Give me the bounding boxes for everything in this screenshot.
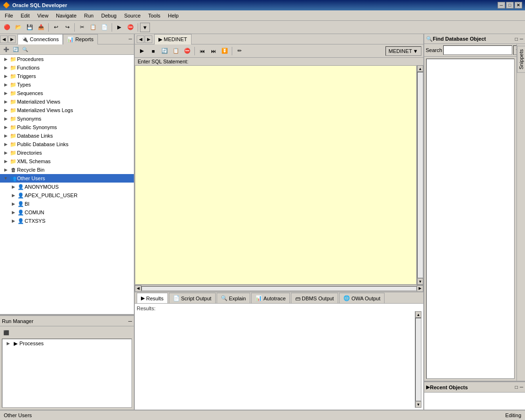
search-input[interactable] <box>443 45 512 55</box>
toolbar-save-btn[interactable]: 💾 <box>25 22 35 33</box>
find-db-close-btn[interactable]: ─ <box>520 36 523 42</box>
sql-down-btn[interactable]: ⏬ <box>219 46 230 56</box>
sql-run-script-btn[interactable]: 🔄 <box>159 46 170 56</box>
toolbar-save-all-btn[interactable]: 📥 <box>36 22 46 33</box>
toolbar-dropdown[interactable]: ▼ <box>140 23 150 32</box>
find-db-restore-btn[interactable]: □ <box>515 36 518 42</box>
menu-tools[interactable]: Tools <box>145 12 163 19</box>
toolbar-paste-btn[interactable]: 📄 <box>99 22 110 33</box>
sql-tab-medinet[interactable]: ▶ MEDINET <box>154 34 192 44</box>
sql-pencil-btn[interactable]: ✏ <box>234 46 245 56</box>
close-button[interactable]: ✕ <box>515 2 522 9</box>
nav-prev-btn[interactable]: ◀ <box>0 35 8 43</box>
run-manager-close-btn[interactable]: ─ <box>128 318 132 324</box>
tab-results[interactable]: ▶ Results <box>137 293 168 303</box>
recent-restore-btn[interactable]: □ <box>515 385 518 390</box>
h-scroll-right-btn[interactable]: ▶ <box>417 285 423 292</box>
tree-item-mat-views[interactable]: ▶ 📁 Materialized Views <box>0 97 134 106</box>
toolbar-copy-btn[interactable]: 📋 <box>88 22 98 33</box>
tree-refresh-btn[interactable]: 🔄 <box>11 45 20 54</box>
tree-item-anonymous[interactable]: ▶ 👤 ANONYMOUS <box>0 183 134 191</box>
tree-add-btn[interactable]: ➕ <box>2 45 10 54</box>
toolbar-run-btn[interactable]: ▶ <box>114 22 124 33</box>
toolbar-cut-btn[interactable]: ✂ <box>77 22 87 33</box>
sql-rollback-btn[interactable]: ⛔ <box>182 46 192 56</box>
menu-file[interactable]: File <box>2 12 16 19</box>
tree-item-synonyms[interactable]: ▶ 📁 Synonyms <box>0 114 134 123</box>
menu-source[interactable]: Source <box>121 12 143 19</box>
restore-button[interactable]: □ <box>506 2 514 9</box>
tab-reports[interactable]: 📊 Reports <box>63 34 98 44</box>
sql-editor-input[interactable] <box>135 65 417 285</box>
v-scroll-down-btn[interactable]: ▼ <box>417 278 423 285</box>
toolbar-open-btn[interactable]: 📂 <box>13 22 24 33</box>
toolbar-new-btn[interactable]: 🔴 <box>2 22 12 33</box>
folder-icon: 📁 <box>9 72 17 80</box>
sql-toolbar: ▶ ■ 🔄 📋 ⛔ ⏮ ⏭ ⏬ ✏ MEDINET ▼ <box>135 44 423 58</box>
expand-icon: ▶ <box>2 89 9 97</box>
v-scroll-up-btn[interactable]: ▲ <box>417 65 423 72</box>
tab-owa-output[interactable]: 🌐 OWA Output <box>339 293 385 303</box>
tree-item-apex-public-user[interactable]: ▶ 👤 APEX_PUBLIC_USER <box>0 191 134 200</box>
menu-debug[interactable]: Debug <box>98 12 119 19</box>
menu-run[interactable]: Run <box>81 12 96 19</box>
sql-run-btn[interactable]: ▶ <box>137 46 147 56</box>
sql-commit-btn[interactable]: 📋 <box>171 46 181 56</box>
sql-next-btn[interactable]: ⏭ <box>208 46 219 56</box>
left-panel-close[interactable]: ─ <box>129 36 132 42</box>
tree-item-comun[interactable]: ▶ 👤 COMUN <box>0 208 134 217</box>
results-scroll-up-btn[interactable]: ▲ <box>415 311 421 318</box>
nav-next-btn[interactable]: ▶ <box>8 35 16 43</box>
sql-prev-btn[interactable]: ⏮ <box>197 46 207 56</box>
tree-item-public-synonyms[interactable]: ▶ 📁 Public Synonyms <box>0 123 134 131</box>
search-type-dropdown[interactable]: ▼ <box>513 45 516 55</box>
tree-item-sequences[interactable]: ▶ 📁 Sequences <box>0 89 134 97</box>
results-scroll-down-btn[interactable]: ▼ <box>415 401 421 408</box>
tree-item-ctxsys[interactable]: ▶ 👤 CTXSYS <box>0 217 134 225</box>
toolbar-sep4 <box>138 23 138 32</box>
run-stop-btn[interactable]: ⬛ <box>2 328 10 337</box>
sql-stop-btn[interactable]: ■ <box>148 46 158 56</box>
tree-item-triggers[interactable]: ▶ 📁 Triggers <box>0 72 134 80</box>
tree-item-types[interactable]: ▶ 📁 Types <box>0 80 134 89</box>
tab-autotrace[interactable]: 📊 Autotrace <box>251 293 290 303</box>
sql-v-scrollbar[interactable]: ▲ ▼ <box>417 65 423 285</box>
tree-item-xml-schemas[interactable]: ▶ 📁 XML Schemas <box>0 157 134 166</box>
toolbar-undo-btn[interactable]: ↩ <box>51 22 61 33</box>
tree-item-other-users[interactable]: ▼ 👥 Other Users <box>0 174 134 183</box>
status-left: Other Users <box>4 412 32 418</box>
tree-item-public-db-links[interactable]: ▶ 📁 Public Database Links <box>0 140 134 149</box>
recent-close-btn[interactable]: ─ <box>520 385 523 390</box>
tree-item-processes[interactable]: ▶ ▶ Processes <box>2 339 131 348</box>
tab-dbms-output[interactable]: 🗃 DBMS Output <box>291 293 338 303</box>
expand-icon: ▶ <box>2 158 9 165</box>
tab-script-output[interactable]: 📄 Script Output <box>169 293 216 303</box>
minimize-button[interactable]: ─ <box>498 2 505 9</box>
snippets-tab[interactable]: Snippets <box>517 46 525 73</box>
left-panel: ◀ ▶ 🔌 Connections 📊 Reports ─ ➕ <box>0 34 135 410</box>
enter-sql-label-wrap: Enter SQL Statement: <box>135 58 423 65</box>
toolbar-stop-btn[interactable]: ⛔ <box>125 22 136 33</box>
tree-item-bi[interactable]: ▶ 👤 BI <box>0 200 134 208</box>
menu-view[interactable]: View <box>35 12 52 19</box>
sql-nav-prev[interactable]: ◀ <box>137 35 144 43</box>
tab-connections[interactable]: 🔌 Connections <box>18 34 63 44</box>
h-scroll-left-btn[interactable]: ◀ <box>135 285 141 292</box>
tree-item-mat-views-logs[interactable]: ▶ 📁 Materialized Views Logs <box>0 106 134 114</box>
connection-selector[interactable]: MEDINET ▼ <box>385 46 421 56</box>
tab-explain[interactable]: 🔍 Explain <box>217 293 250 303</box>
menu-navigate[interactable]: Navigate <box>53 12 79 19</box>
tree-item-procedures[interactable]: ▶ 📁 Procedures <box>0 55 134 63</box>
window-title: Oracle SQL Developer <box>12 2 67 8</box>
menu-help[interactable]: Help <box>165 12 182 19</box>
menu-edit[interactable]: Edit <box>18 12 33 19</box>
tree-item-recycle-bin[interactable]: ▶ 🗑 Recycle Bin <box>0 166 134 174</box>
tree-item-directories[interactable]: ▶ 📁 Directories <box>0 149 134 157</box>
sql-nav-next[interactable]: ▶ <box>145 35 152 43</box>
folder-icon: 📁 <box>9 64 17 71</box>
tree-filter-btn[interactable]: 🔍 <box>21 45 29 54</box>
tree-item-db-links[interactable]: ▶ 📁 Database Links <box>0 131 134 140</box>
toolbar-redo-btn[interactable]: ↪ <box>62 22 72 33</box>
tree-item-functions[interactable]: ▶ 📁 Functions <box>0 63 134 72</box>
toolbar-sep2 <box>74 23 75 32</box>
